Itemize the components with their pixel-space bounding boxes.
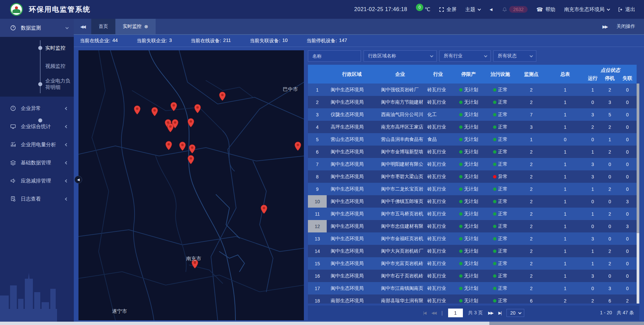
column-header-run: 运行: [584, 74, 601, 84]
table-row[interactable]: 12 阆中生态环境局 阆中市忠信建材有限公 砖瓦行业 无计划 正常 2 1 0 …: [308, 220, 637, 232]
map-pin-icon[interactable]: [151, 107, 158, 118]
sidebar-item-video-monitoring[interactable]: 视频监控: [0, 57, 74, 75]
sidebar-item-log-view[interactable]: 日志查看: [0, 190, 74, 208]
notification-area[interactable]: 2632: [502, 6, 528, 13]
table-row[interactable]: 17 阆中生态环境局 阆中市江南镇阆南页岩 砖瓦行业 无计划 正常 2 1 0 …: [308, 282, 637, 294]
status-select[interactable]: 所有状态: [493, 50, 536, 62]
table-row[interactable]: 8 阆中生态环境局 阆中市枣碧大梁山页岩 砖瓦行业 无计划 异常 2 1 3 0: [308, 170, 637, 183]
temperature-badge: 0: [416, 4, 423, 11]
row-facility-status: 正常: [484, 96, 516, 108]
city-label: 南充市: [186, 255, 201, 262]
row-lost-count: 0: [618, 170, 637, 183]
close-operations-dropdown[interactable]: 关闭操作: [616, 23, 635, 30]
table-row[interactable]: 4 高坪生态环境局 南充市高坪区王家店建 砖瓦行业 无计划 正常 3 1 2 2: [308, 121, 637, 133]
status-dot-icon: [493, 200, 496, 203]
sidebar-item-realtime-monitoring[interactable]: 实时监控: [0, 39, 74, 57]
prev-page-button[interactable]: ◀◀: [431, 311, 436, 315]
table-row[interactable]: 7 阆中生态环境局 阆中明阳建材有限公司 砖瓦行业 无计划 正常 2 1 3 0: [308, 158, 637, 170]
sidebar-item-enterprise-statistics[interactable]: 企业综合统计: [0, 117, 74, 136]
sidebar-item-power-usage-analysis[interactable]: 企业用电量分析: [0, 136, 74, 154]
table-row[interactable]: 5 营山生态环境局 营山县润丰肉食品有限 食品 无计划 正常 1 0 0 1 0: [308, 133, 637, 146]
sound-toggle-button[interactable]: ◄: [489, 7, 493, 12]
row-company: 西南油气田分公司川中: [377, 108, 423, 121]
map-pin-icon[interactable]: [189, 144, 196, 155]
map-pin-icon[interactable]: [219, 92, 226, 102]
row-facility-status: 正常: [484, 208, 516, 220]
row-run-count: 0: [584, 133, 601, 146]
fullscreen-button[interactable]: 全屏: [439, 6, 457, 13]
region-select[interactable]: 行政区域名称: [364, 50, 437, 62]
table-row[interactable]: 3 仪陇生态环境局 西南油气田分公司川中 化工 无计划 正常 7 1 3 5 0: [308, 108, 637, 121]
last-page-button[interactable]: ▶|: [498, 311, 501, 315]
map-pin-icon[interactable]: [187, 118, 194, 129]
sidebar-item-enterprise-abnormal[interactable]: 企业异常: [0, 99, 74, 117]
map-pin-icon[interactable]: [167, 123, 174, 134]
tabs-scroll-right-button[interactable]: ▶▶: [602, 24, 607, 29]
table-row[interactable]: 14 阆中生态环境局 阆中大兴页岩机砖厂 砖瓦行业 无计划 正常 2 1 1 2: [308, 245, 637, 257]
row-run-count: 1: [584, 257, 601, 270]
first-page-button[interactable]: |◀: [423, 311, 426, 315]
stat-item: 当前失联设备: 10: [250, 38, 287, 44]
row-facility-status: 异常: [484, 170, 516, 183]
status-dot-icon: [459, 88, 463, 92]
row-plan-status: 无计划: [453, 282, 484, 294]
sidebar-item-emergency-reduction[interactable]: 应急减排管理: [0, 172, 74, 190]
column-header-plan: 停限产: [453, 65, 484, 84]
page-size-select[interactable]: 20: [506, 309, 524, 317]
row-region: 阆中生态环境局: [327, 183, 377, 195]
sidebar-item-power-load-detail[interactable]: 企业电力负荷明细: [0, 75, 74, 93]
name-search-input[interactable]: [308, 50, 361, 62]
status-dot-icon: [493, 287, 496, 290]
row-facility-status: 正常: [484, 220, 516, 232]
table-row[interactable]: 1 阆中生态环境局 阆中强锐页岩砖厂 砖瓦行业 无计划 正常 2 1 1 2 0: [308, 84, 637, 96]
stat-item: 当前停机设备: 147: [307, 38, 347, 44]
row-company: 阆中市江南镇阆南页岩: [377, 282, 423, 294]
map-pin-icon[interactable]: [194, 104, 201, 115]
map-pin-icon[interactable]: [187, 155, 194, 166]
industry-select[interactable]: 所有行业: [439, 50, 491, 62]
table-row[interactable]: 16 阆中生态环境局 阆中市石子页岩机砖厂 砖瓦行业 无计划 正常 2 1 3 …: [308, 270, 637, 282]
organization-dropdown[interactable]: 南充市生态环境局: [564, 6, 609, 13]
table-row[interactable]: 18 南部生态环境局 南部县瑞华土润有限公 砖瓦行业 无计划 正常 6 2 2 …: [308, 294, 637, 304]
theme-dropdown[interactable]: 主题: [465, 6, 480, 13]
horizontal-scrollbar[interactable]: [0, 322, 644, 325]
map-pin-icon[interactable]: [294, 142, 301, 152]
logout-label: 退出: [625, 6, 635, 13]
tabs-scroll-left-button[interactable]: ◀◀: [74, 19, 91, 34]
logout-button[interactable]: 退出: [618, 6, 635, 13]
row-region: 阆中生态环境局: [327, 146, 377, 158]
row-meters: 1: [546, 146, 584, 158]
tab-item[interactable]: 首页: [91, 19, 115, 34]
map-pin-icon[interactable]: [165, 141, 172, 152]
sidebar-item-label: 企业电力负荷明细: [20, 78, 74, 91]
row-lost-count: 0: [618, 146, 637, 158]
help-button[interactable]: ☎ 帮助: [536, 6, 555, 13]
map-canvas[interactable]: 巴中市南充市遂宁市: [78, 50, 304, 320]
map-pin-icon[interactable]: [261, 205, 268, 215]
map-pin-icon[interactable]: [179, 142, 186, 152]
next-page-button[interactable]: ▶▶: [488, 311, 493, 315]
sidebar-item-data-monitoring[interactable]: 数据监测: [0, 19, 74, 37]
close-icon[interactable]: ⊗: [144, 24, 148, 29]
table-row[interactable]: 13 阆中生态环境局 阆中市金福旺页岩机砖 砖瓦行业 无计划 正常 2 1 3 …: [308, 232, 637, 245]
sidebar-item-base-data-management[interactable]: 基础数据管理: [0, 154, 74, 172]
table-row[interactable]: 6 阆中生态环境局 阆中市金博瑞新型墙材 砖瓦行业 无计划 正常 2 1 1 2: [308, 146, 637, 158]
table-row[interactable]: 9 阆中生态环境局 阆中市二龙长宝页岩砖 砖瓦行业 无计划 正常 2 1 1 2: [308, 183, 637, 195]
row-plan-status: 无计划: [453, 294, 484, 304]
status-dot-icon: [493, 125, 496, 129]
row-company: 阆中强锐页岩砖厂: [377, 84, 423, 96]
row-meters: 0: [546, 133, 584, 146]
table-row[interactable]: 11 阆中生态环境局 阆中市五马桥页岩机砖 砖瓦行业 无计划 正常 2 1 1 …: [308, 208, 637, 220]
table-row[interactable]: 2 阆中生态环境局 阆中市南方节能建材有 砖瓦行业 无计划 正常 2 1 0 3: [308, 96, 637, 108]
scrollbar-thumb[interactable]: [0, 322, 489, 325]
page-number-input[interactable]: [448, 309, 463, 317]
map-pin-icon[interactable]: [134, 105, 141, 116]
table-vertical-scrollbar[interactable]: [637, 84, 639, 304]
table-row[interactable]: 10 阆中生态环境局 阆中千佛镇五郎垭页岩 砖瓦行业 无计划 正常 2 1 0 …: [308, 195, 637, 208]
table-row[interactable]: 15 阆中生态环境局 阆中市光富页岩机砖厂 砖瓦行业 无计划 正常 2 1 1 …: [308, 257, 637, 270]
row-industry: 砖瓦行业: [423, 158, 453, 170]
status-dot-icon: [493, 150, 496, 154]
map-pin-icon[interactable]: [170, 102, 177, 113]
scrollbar-thumb[interactable]: [637, 84, 639, 233]
tab-item[interactable]: 实时监控 ⊗: [115, 19, 156, 34]
